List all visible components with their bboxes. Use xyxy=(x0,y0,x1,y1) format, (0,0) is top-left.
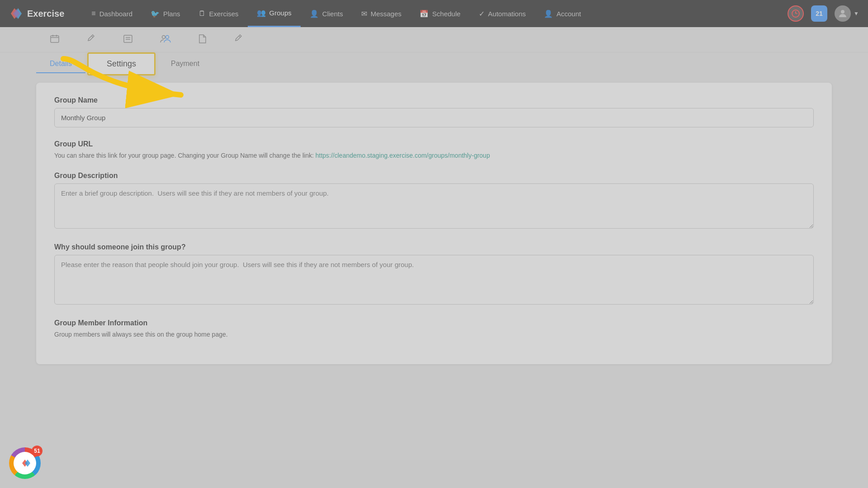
badge-inner xyxy=(14,452,36,474)
group-name-group: Group Name xyxy=(54,96,814,127)
nav-label-clients: Clients xyxy=(322,10,343,18)
group-url-label: Group URL xyxy=(54,140,814,148)
chevron-down-icon: ▼ xyxy=(854,10,859,17)
edit2-icon xyxy=(234,34,243,43)
schedule-icon: 📅 xyxy=(420,9,429,18)
group-name-input[interactable] xyxy=(54,108,814,127)
timer-button[interactable] xyxy=(788,5,804,22)
edit-icon xyxy=(87,34,96,43)
tab-details-label: Details xyxy=(50,60,72,67)
sub-nav-document[interactable] xyxy=(184,27,221,52)
member-info-group: Group Member Information Group members w… xyxy=(54,319,814,338)
groups-icon: 👥 xyxy=(257,9,266,17)
list-icon xyxy=(123,34,133,44)
tab-settings[interactable]: Settings xyxy=(87,52,156,75)
document-icon xyxy=(198,34,207,44)
nav-label-messages: Messages xyxy=(371,10,401,18)
join-reason-label: Why should someone join this group? xyxy=(54,243,814,251)
nav-item-clients[interactable]: 👤 Clients xyxy=(301,0,352,27)
badge-circle: 51 xyxy=(9,447,41,479)
top-bar: Exercise ≡ Dashboard 🐦 Plans 🗒 Exercises… xyxy=(0,0,868,27)
tab-section: Details Settings Payment xyxy=(36,52,832,75)
join-reason-group: Why should someone join this group? xyxy=(54,243,814,306)
nav-label-plans: Plans xyxy=(163,10,180,18)
nav-links: ≡ Dashboard 🐦 Plans 🗒 Exercises 👥 Groups… xyxy=(82,0,788,27)
notification-count: 21 xyxy=(816,10,823,17)
tab-payment-label: Payment xyxy=(171,60,199,67)
nav-item-dashboard[interactable]: ≡ Dashboard xyxy=(82,0,142,27)
svg-point-15 xyxy=(162,36,165,39)
people-icon xyxy=(160,34,171,44)
nav-item-account[interactable]: 👤 Account xyxy=(535,0,590,27)
sub-nav xyxy=(0,27,868,52)
tab-details[interactable]: Details xyxy=(36,55,85,73)
form-card: Group Name Group URL You can share this … xyxy=(36,83,832,364)
nav-label-groups: Groups xyxy=(269,9,292,17)
group-desc-label: Group Description xyxy=(54,172,814,180)
nav-item-plans[interactable]: 🐦 Plans xyxy=(142,0,189,27)
logo-text: Exercise xyxy=(27,9,64,19)
group-desc-textarea[interactable] xyxy=(54,183,814,229)
notification-button[interactable]: 21 xyxy=(811,5,827,22)
sub-nav-edit2[interactable] xyxy=(221,27,257,52)
nav-label-exercises: Exercises xyxy=(209,10,239,18)
logo-area[interactable]: Exercise xyxy=(9,6,64,21)
nav-item-automations[interactable]: ✓ Automations xyxy=(470,0,535,27)
member-info-label: Group Member Information xyxy=(54,319,814,327)
avatar xyxy=(835,5,851,22)
group-url-desc-text: You can share this link for your group p… xyxy=(54,152,314,159)
nav-item-groups[interactable]: 👥 Groups xyxy=(248,0,301,27)
nav-label-dashboard: Dashboard xyxy=(99,10,132,18)
plans-icon: 🐦 xyxy=(151,9,160,18)
group-desc-group: Group Description xyxy=(54,172,814,230)
tab-settings-label: Settings xyxy=(107,59,136,68)
nav-item-schedule[interactable]: 📅 Schedule xyxy=(410,0,470,27)
nav-item-exercises[interactable]: 🗒 Exercises xyxy=(189,0,248,27)
join-reason-textarea[interactable] xyxy=(54,255,814,305)
calendar-icon xyxy=(50,34,60,44)
sub-nav-list[interactable] xyxy=(109,27,146,52)
badge-number: 51 xyxy=(32,446,42,456)
group-url-link[interactable]: https://cleandemo.staging.exercise.com/g… xyxy=(316,152,490,159)
member-info-desc: Group members will always see this on th… xyxy=(54,331,814,338)
svg-rect-7 xyxy=(51,36,59,42)
sub-nav-people[interactable] xyxy=(146,27,184,52)
svg-line-11 xyxy=(92,36,93,38)
nav-item-messages[interactable]: ✉ Messages xyxy=(352,0,410,27)
svg-point-6 xyxy=(841,10,844,14)
timer-icon xyxy=(791,9,800,18)
bottom-left-badge[interactable]: 51 xyxy=(9,447,41,479)
messages-icon: ✉ xyxy=(361,9,367,18)
group-url-group: Group URL You can share this link for yo… xyxy=(54,140,814,159)
exercises-icon: 🗒 xyxy=(198,9,206,18)
badge-icon xyxy=(19,457,31,469)
avatar-icon xyxy=(837,8,848,19)
group-name-label: Group Name xyxy=(54,96,814,104)
nav-label-automations: Automations xyxy=(488,10,526,18)
tab-payment[interactable]: Payment xyxy=(157,55,213,73)
avatar-area[interactable]: ▼ xyxy=(835,5,859,22)
nav-label-schedule: Schedule xyxy=(432,10,461,18)
clients-icon: 👤 xyxy=(310,9,319,18)
top-bar-right: 21 ▼ xyxy=(788,5,859,22)
svg-rect-12 xyxy=(124,35,132,42)
nav-label-account: Account xyxy=(557,10,581,18)
svg-line-17 xyxy=(239,36,241,38)
dashboard-icon: ≡ xyxy=(91,9,95,18)
sub-nav-calendar[interactable] xyxy=(36,27,73,52)
automations-icon: ✓ xyxy=(479,9,485,18)
svg-point-16 xyxy=(166,36,169,39)
sub-nav-edit[interactable] xyxy=(73,27,109,52)
account-nav-icon: 👤 xyxy=(544,9,553,18)
group-url-desc: You can share this link for your group p… xyxy=(54,152,814,159)
logo-icon xyxy=(9,6,24,21)
content-area: Details Settings Payment Group Name Grou… xyxy=(0,52,868,488)
